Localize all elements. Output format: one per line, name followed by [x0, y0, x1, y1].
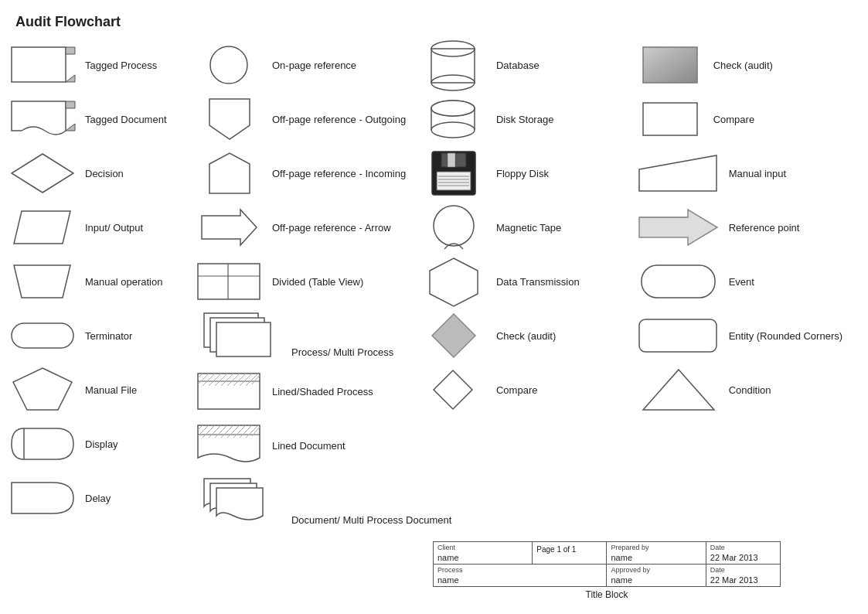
shape-row: Manual operation — [8, 254, 195, 309]
svg-marker-65 — [430, 258, 478, 306]
prepared-label: Prepared by — [611, 544, 701, 551]
svg-line-43 — [240, 425, 252, 438]
entity-rounded-shape — [636, 315, 721, 357]
svg-rect-21 — [198, 374, 260, 409]
svg-rect-55 — [437, 172, 471, 190]
svg-line-35 — [198, 425, 203, 430]
svg-rect-15 — [198, 264, 260, 299]
shape-row: Magnetic Tape — [419, 200, 636, 254]
off-page-outgoing-shape — [195, 98, 264, 141]
svg-marker-4 — [66, 124, 75, 131]
svg-line-64 — [460, 246, 463, 249]
shape-label: Decision — [85, 168, 124, 179]
date2-value: 22 Mar 2013 — [710, 575, 776, 585]
shape-label: Terminator — [85, 330, 132, 342]
shape-row: Off-page reference - Arrow — [195, 200, 419, 254]
shape-row: Database — [419, 38, 636, 92]
condition-shape — [636, 369, 721, 411]
shape-label: Manual File — [85, 384, 137, 396]
svg-line-37 — [203, 425, 215, 438]
svg-point-11 — [210, 46, 247, 84]
manual-input-shape — [636, 152, 721, 195]
svg-marker-2 — [66, 75, 75, 82]
disk-storage-shape — [419, 98, 488, 141]
input-output-shape — [8, 206, 77, 249]
svg-rect-0 — [12, 47, 66, 82]
svg-line-24 — [198, 374, 209, 384]
client-value: name — [437, 553, 528, 562]
display-shape — [8, 423, 77, 466]
shape-row: Terminator — [8, 309, 195, 363]
shape-label: Compare — [713, 114, 754, 125]
shape-row: Divided (Table View) — [195, 254, 419, 309]
shape-label: Off-page reference - Incoming — [272, 168, 406, 179]
shape-row: Event — [636, 254, 860, 309]
shape-label: Input/ Output — [85, 222, 143, 234]
svg-rect-74 — [639, 319, 717, 352]
svg-rect-57 — [448, 153, 455, 167]
reference-point-shape — [636, 206, 721, 249]
shape-label: Off-page reference - Arrow — [272, 222, 391, 234]
shape-label: Check (audit) — [713, 60, 773, 71]
svg-rect-73 — [642, 265, 715, 298]
shape-label: Manual operation — [85, 276, 162, 288]
off-page-arrow-shape — [195, 206, 264, 249]
shape-row: Data Transmission — [419, 254, 636, 309]
shape-row: Entity (Rounded Corners) — [636, 309, 860, 363]
date2-label: Date — [710, 566, 776, 574]
shape-label: Data Transmission — [496, 276, 580, 288]
svg-line-39 — [215, 425, 227, 438]
decision-shape — [8, 152, 77, 195]
date-value: 22 Mar 2013 — [710, 553, 776, 562]
data-transmission-shape — [419, 261, 488, 303]
shape-label: Condition — [729, 384, 771, 396]
shape-row: Tagged Document — [8, 92, 195, 146]
svg-line-27 — [215, 374, 227, 386]
floppy-disk-shape — [419, 152, 488, 195]
svg-marker-9 — [13, 368, 72, 410]
page-title: Audit Flowchart — [0, 0, 868, 38]
shape-label: Delay — [85, 493, 111, 504]
column-2: On-page reference Off-page reference - O… — [195, 38, 419, 532]
shape-label: Event — [729, 276, 754, 288]
shape-row: Condition — [636, 363, 860, 417]
svg-rect-68 — [643, 47, 697, 83]
svg-marker-75 — [643, 370, 714, 410]
shape-label: Entity (Rounded Corners) — [729, 330, 842, 342]
magnetic-tape-shape — [419, 206, 488, 249]
shape-label: Magnetic Tape — [496, 222, 561, 234]
svg-marker-3 — [66, 101, 75, 108]
svg-marker-66 — [432, 314, 475, 357]
shape-row: Decision — [8, 146, 195, 200]
event-shape — [636, 261, 721, 303]
svg-line-63 — [444, 246, 448, 249]
shape-label: Reference point — [729, 222, 800, 234]
svg-marker-12 — [209, 99, 250, 139]
svg-marker-70 — [639, 155, 717, 191]
svg-point-53 — [431, 101, 475, 116]
svg-marker-71 — [639, 210, 717, 245]
shape-row: Lined Document — [195, 418, 419, 472]
shape-row: On-page reference — [195, 38, 419, 92]
prepared-value: name — [611, 553, 701, 562]
svg-rect-8 — [12, 323, 73, 348]
process-value: name — [437, 575, 602, 585]
shape-row: Compare — [419, 363, 636, 417]
column-1: Tagged Process Tagged Document Decision — [8, 38, 195, 532]
svg-marker-67 — [434, 370, 472, 409]
svg-point-62 — [434, 206, 474, 246]
manual-operation-shape — [8, 261, 77, 303]
shape-label: Tagged Process — [85, 60, 157, 71]
multi-process-shape — [195, 312, 284, 358]
shape-label: Compare — [496, 384, 537, 396]
svg-line-29 — [227, 374, 240, 386]
svg-line-25 — [203, 374, 215, 386]
shape-label: Lined Document — [272, 440, 345, 452]
shape-label: Lined/Shaded Process — [272, 386, 373, 397]
shape-label: Display — [85, 438, 118, 450]
svg-line-33 — [252, 375, 260, 384]
shape-row: Delay — [8, 471, 195, 525]
svg-line-31 — [240, 374, 252, 386]
svg-marker-13 — [209, 153, 250, 193]
svg-marker-5 — [12, 154, 73, 193]
